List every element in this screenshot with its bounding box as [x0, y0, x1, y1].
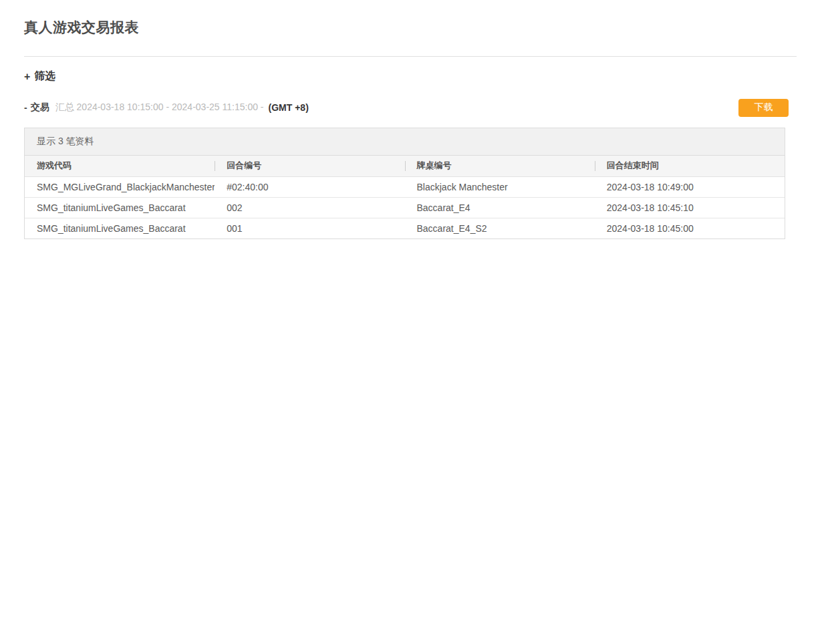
page-title: 真人游戏交易报表	[24, 0, 797, 35]
column-header-round-end-time: 回合结束时间	[595, 156, 785, 176]
record-count-text: 显示 3 笔资料	[37, 136, 94, 148]
column-header-round-number: 回合编号	[215, 156, 404, 176]
title-divider	[24, 56, 797, 57]
transactions-toggle[interactable]: - 交易	[24, 102, 49, 114]
cell-round-end-time: 2024-03-18 10:45:00	[595, 218, 785, 238]
cell-game-code: SMG_titaniumLiveGames_Baccarat	[25, 218, 215, 238]
table-header-row: 游戏代码 回合编号 牌桌编号 回合结束时间	[25, 156, 785, 176]
table-row: SMG_MGLiveGrand_BlackjackManchester #02:…	[25, 176, 785, 197]
cell-table-number: Blackjack Manchester	[405, 176, 595, 197]
cell-round-end-time: 2024-03-18 10:49:00	[595, 176, 785, 197]
transactions-section-header: - 交易 汇总 2024-03-18 10:15:00 - 2024-03-25…	[24, 98, 797, 117]
transactions-section-left: - 交易 汇总 2024-03-18 10:15:00 - 2024-03-25…	[24, 102, 309, 114]
report-table: 游戏代码 回合编号 牌桌编号 回合结束时间 SMG_MGLiveGrand_Bl…	[25, 156, 785, 238]
record-count-bar: 显示 3 笔资料	[25, 128, 785, 156]
cell-round-number: 002	[215, 197, 404, 218]
report-table-container: 显示 3 笔资料 游戏代码 回合编号 牌桌编号 回合结束时间 SMG_MGLiv…	[24, 128, 785, 239]
cell-round-number: 001	[215, 218, 404, 238]
plus-icon: +	[24, 71, 30, 83]
minus-icon: -	[24, 102, 27, 113]
table-row: SMG_titaniumLiveGames_Baccarat 001 Bacca…	[25, 218, 785, 238]
transactions-label: 交易	[31, 102, 49, 114]
report-page: 真人游戏交易报表 + 筛选 - 交易 汇总 2024-03-18 10:15:0…	[0, 0, 822, 239]
cell-round-number: #02:40:00	[215, 176, 404, 197]
timezone-label: (GMT +8)	[269, 102, 309, 113]
summary-date-range: 汇总 2024-03-18 10:15:00 - 2024-03-25 11:1…	[55, 102, 264, 114]
cell-round-end-time: 2024-03-18 10:45:10	[595, 197, 785, 218]
cell-game-code: SMG_titaniumLiveGames_Baccarat	[25, 197, 215, 218]
column-header-game-code: 游戏代码	[25, 156, 215, 176]
filter-toggle[interactable]: + 筛选	[24, 69, 55, 84]
table-row: SMG_titaniumLiveGames_Baccarat 002 Bacca…	[25, 197, 785, 218]
download-button[interactable]: 下载	[738, 99, 789, 117]
cell-table-number: Baccarat_E4_S2	[405, 218, 595, 238]
cell-table-number: Baccarat_E4	[405, 197, 595, 218]
filter-label: 筛选	[34, 69, 55, 84]
column-header-table-number: 牌桌编号	[405, 156, 595, 176]
cell-game-code: SMG_MGLiveGrand_BlackjackManchester	[25, 176, 215, 197]
